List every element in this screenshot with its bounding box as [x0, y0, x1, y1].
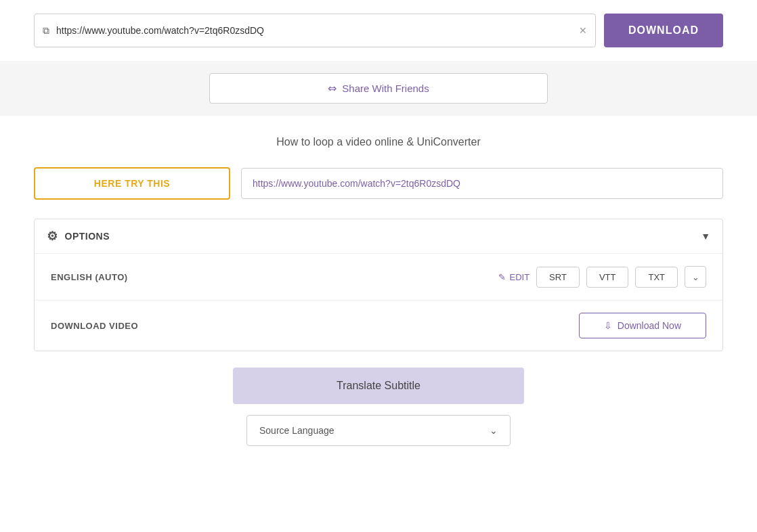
- edit-label: EDIT: [509, 272, 529, 282]
- options-label: OPTIONS: [65, 231, 110, 242]
- translate-section: Translate Subtitle Source Language ⌄: [34, 368, 723, 446]
- source-language-dropdown[interactable]: Source Language ⌄: [246, 415, 511, 446]
- share-icon: ⇔: [328, 82, 337, 95]
- download-video-label: DOWNLOAD VIDEO: [51, 321, 138, 331]
- options-left: ⚙ OPTIONS: [47, 229, 110, 244]
- top-bar: ⧉ ✕ DOWNLOAD: [0, 0, 757, 61]
- here-try-this-button[interactable]: HERE TRY THIS: [34, 167, 230, 200]
- srt-button[interactable]: SRT: [536, 267, 580, 288]
- page-title: How to loop a video online & UniConverte…: [34, 136, 723, 148]
- try-url-input[interactable]: [241, 168, 723, 199]
- download-video-row: DOWNLOAD VIDEO ⇩ Download Now: [35, 301, 722, 351]
- download-now-label: Download Now: [618, 320, 681, 331]
- share-bar: ⇔ Share With Friends: [0, 61, 757, 116]
- source-lang-chevron-icon: ⌄: [490, 425, 498, 436]
- try-row: HERE TRY THIS: [34, 167, 723, 200]
- download-now-button[interactable]: ⇩ Download Now: [579, 313, 706, 338]
- more-formats-button[interactable]: ⌄: [685, 266, 706, 288]
- url-input[interactable]: [56, 25, 574, 36]
- subtitle-actions: ✎ EDIT SRT VTT TXT ⌄: [498, 266, 706, 288]
- share-with-friends-button[interactable]: ⇔ Share With Friends: [209, 73, 548, 104]
- source-lang-label: Source Language: [259, 425, 334, 436]
- subtitle-row: ENGLISH (AUTO) ✎ EDIT SRT VTT TXT ⌄: [35, 254, 722, 301]
- chevron-down-icon: ▼: [701, 231, 710, 242]
- download-button[interactable]: DOWNLOAD: [604, 14, 723, 47]
- download-arrow-icon: ⇩: [604, 320, 612, 331]
- dropdown-arrow-icon[interactable]: ⧉: [43, 25, 49, 37]
- share-label: Share With Friends: [342, 83, 429, 94]
- url-input-wrapper: ⧉ ✕: [34, 14, 596, 47]
- options-body: ENGLISH (AUTO) ✎ EDIT SRT VTT TXT ⌄ DOWN…: [35, 253, 722, 351]
- translate-subtitle-button[interactable]: Translate Subtitle: [233, 368, 524, 404]
- subtitle-lang-label: ENGLISH (AUTO): [51, 272, 128, 282]
- edit-button[interactable]: ✎ EDIT: [498, 272, 529, 282]
- vtt-button[interactable]: VTT: [586, 267, 629, 288]
- pencil-icon: ✎: [498, 272, 506, 282]
- clear-icon[interactable]: ✕: [579, 25, 587, 36]
- main-content: How to loop a video online & UniConverte…: [0, 116, 757, 466]
- txt-button[interactable]: TXT: [635, 267, 678, 288]
- options-header[interactable]: ⚙ OPTIONS ▼: [35, 219, 722, 253]
- options-section: ⚙ OPTIONS ▼ ENGLISH (AUTO) ✎ EDIT SRT VT…: [34, 219, 723, 351]
- gear-icon: ⚙: [47, 229, 58, 244]
